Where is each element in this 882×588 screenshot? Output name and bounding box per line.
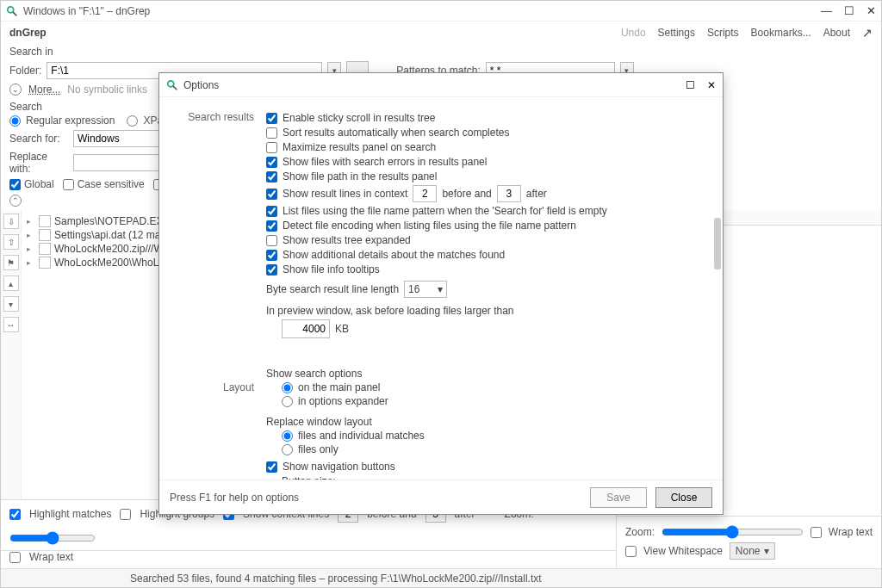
label-maximize: Maximize results panel on search xyxy=(283,141,436,153)
check-case[interactable] xyxy=(63,179,74,190)
label-details: Show additional details about the matche… xyxy=(283,249,505,261)
whitespace-combo[interactable]: None▾ xyxy=(730,542,775,560)
search-for-input[interactable] xyxy=(73,130,159,147)
menu-undo[interactable]: Undo xyxy=(621,27,646,39)
check-details[interactable] xyxy=(266,250,277,261)
app-name: dnGrep xyxy=(9,27,47,39)
svg-point-0 xyxy=(8,6,14,12)
check-wrap[interactable] xyxy=(9,552,21,563)
replace-with-input[interactable] xyxy=(73,154,159,171)
options-close-x-button[interactable]: ✕ xyxy=(707,79,716,91)
label-radio-expander: in options expander xyxy=(298,395,388,407)
label-show-nav: Show navigation buttons xyxy=(283,461,395,473)
label-kb: KB xyxy=(335,323,349,335)
check-global[interactable] xyxy=(9,179,21,190)
app-icon xyxy=(6,5,18,17)
svg-line-3 xyxy=(173,85,177,89)
status-text: Searched 53 files, found 4 matching file… xyxy=(130,573,542,585)
options-content[interactable]: Enable sticky scroll in results tree Sor… xyxy=(263,97,723,480)
label-radio-files-matches: files and individual matches xyxy=(298,430,425,442)
radio-xpath[interactable] xyxy=(127,115,138,127)
label-before-and: before and xyxy=(442,188,491,200)
check-maximize[interactable] xyxy=(266,142,277,153)
radio-files-only[interactable] xyxy=(282,444,293,455)
label-sort: Sort results automatically when search c… xyxy=(283,127,509,139)
label-detect-enc: Detect file encoding when listing files … xyxy=(283,220,576,232)
save-button[interactable]: Save xyxy=(590,487,647,508)
check-highlight-groups[interactable] xyxy=(120,509,131,520)
label-radio-files-only: files only xyxy=(298,443,339,455)
tool-flag-icon[interactable]: ⚑ xyxy=(3,255,19,270)
menu-items: Undo Settings Scripts Bookmarks... About xyxy=(621,27,850,39)
tool-bottom-icon[interactable]: ▾ xyxy=(3,296,19,312)
file-icon xyxy=(39,215,51,227)
tool-up-icon[interactable]: ⇧ xyxy=(3,234,19,250)
radio-files-matches[interactable] xyxy=(282,430,293,442)
file-icon xyxy=(39,257,51,269)
section-layout: Layout xyxy=(223,381,254,393)
label-after: after xyxy=(526,188,547,200)
search-in-label: Search in xyxy=(9,46,873,58)
options-dialog: Options ☐ ✕ Search results Layout Enable… xyxy=(158,72,724,515)
check-show-nav[interactable] xyxy=(266,461,277,473)
wrap-label-right: Wrap text xyxy=(829,526,873,538)
check-context[interactable] xyxy=(266,189,277,200)
preview-kb-input[interactable] xyxy=(282,319,330,338)
zoom-slider[interactable] xyxy=(9,531,96,545)
check-path[interactable] xyxy=(266,171,277,183)
expand-toggle[interactable]: ⌄ xyxy=(9,84,22,96)
options-scrollbar[interactable] xyxy=(714,218,721,269)
maximize-button[interactable]: ☐ xyxy=(844,4,854,17)
byte-len-combo[interactable]: 16▾ xyxy=(404,281,447,298)
check-detect-enc[interactable] xyxy=(266,220,277,232)
options-body: Search results Layout Enable sticky scro… xyxy=(159,97,723,480)
zoom-slider-right[interactable] xyxy=(662,525,804,539)
close-button[interactable]: ✕ xyxy=(866,4,876,17)
context-after-option[interactable] xyxy=(497,185,521,202)
radio-expander[interactable] xyxy=(282,396,293,407)
close-button[interactable]: Close xyxy=(655,487,712,508)
check-expanded[interactable] xyxy=(266,235,277,246)
no-symlinks-text: No symbolic links xyxy=(67,84,147,96)
svg-line-1 xyxy=(13,11,16,15)
window-title: Windows in "F:\1" – dnGrep xyxy=(23,5,821,17)
check-list-pattern[interactable] xyxy=(266,206,277,217)
zoom-label-right: Zoom: xyxy=(625,526,655,538)
menu-settings[interactable]: Settings xyxy=(658,27,695,39)
context-before-option[interactable] xyxy=(413,185,437,202)
chevron-down-icon: ▾ xyxy=(438,283,443,295)
check-case-label: Case sensitive xyxy=(78,178,145,190)
highlight-matches-label: Highlight matches xyxy=(29,508,111,520)
more-link[interactable]: More... xyxy=(28,84,60,96)
check-highlight-matches[interactable] xyxy=(9,509,21,520)
popout-icon[interactable]: ↗ xyxy=(862,26,873,40)
check-sticky[interactable] xyxy=(266,113,277,124)
label-sticky: Enable sticky scroll in results tree xyxy=(283,112,435,124)
minimize-button[interactable]: — xyxy=(821,4,832,17)
check-view-whitespace[interactable] xyxy=(625,546,637,557)
section-search-results: Search results xyxy=(159,111,254,123)
options-title: Options xyxy=(183,79,686,91)
label-context: Show result lines in context xyxy=(283,188,407,200)
options-help-text: Press F1 for help on options xyxy=(170,492,581,504)
check-sort[interactable] xyxy=(266,127,277,139)
radio-regex-label: Regular expression xyxy=(26,115,115,127)
search-in-row: Search in xyxy=(1,44,881,59)
menu-about[interactable]: About xyxy=(823,27,850,39)
menu-bookmarks[interactable]: Bookmarks... xyxy=(751,27,811,39)
window-controls: — ☐ ✕ xyxy=(821,4,876,17)
check-wrap-right[interactable] xyxy=(811,527,822,538)
tool-top-icon[interactable]: ▴ xyxy=(3,275,19,291)
check-errors[interactable] xyxy=(266,157,277,168)
label-list-pattern: List files using the file name pattern w… xyxy=(283,205,607,217)
radio-main-panel[interactable] xyxy=(282,382,293,393)
check-tooltips[interactable] xyxy=(266,264,277,275)
collapse-toggle[interactable]: ⌃ xyxy=(9,195,22,207)
options-maximize-button[interactable]: ☐ xyxy=(686,79,695,91)
tool-down-icon[interactable]: ⇩ xyxy=(3,214,19,229)
heading-replace-layout: Replace window layout xyxy=(266,416,711,428)
radio-regex[interactable] xyxy=(9,115,21,127)
menu-scripts[interactable]: Scripts xyxy=(707,27,739,39)
menubar: dnGrep Undo Settings Scripts Bookmarks..… xyxy=(1,22,881,44)
tool-swap-icon[interactable]: ↔ xyxy=(3,317,19,332)
